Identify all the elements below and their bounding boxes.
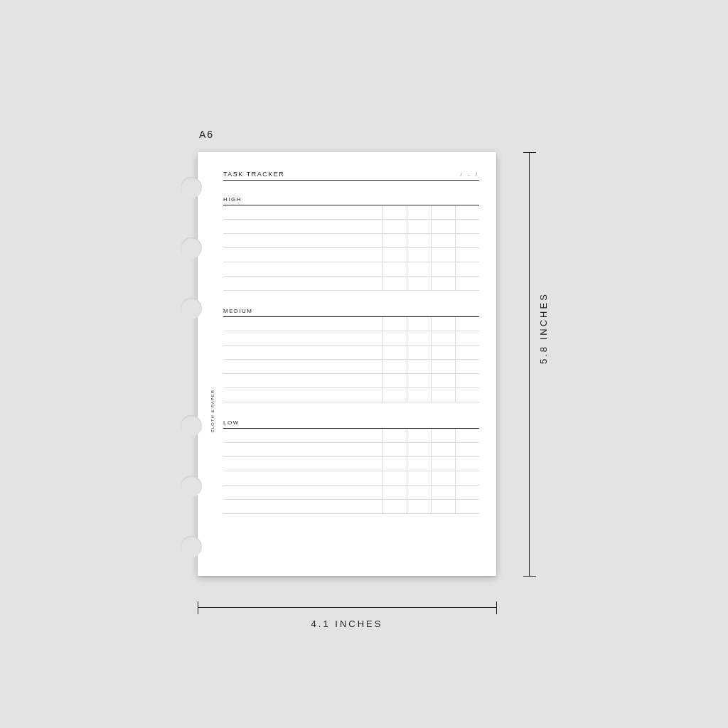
task-row bbox=[223, 220, 479, 234]
task-check-cell bbox=[407, 443, 431, 456]
task-check-cell bbox=[431, 388, 455, 402]
task-check-cell bbox=[431, 317, 455, 331]
task-check-cell bbox=[455, 374, 479, 387]
task-check-cell bbox=[382, 248, 407, 262]
task-row bbox=[223, 486, 479, 500]
task-description-cell bbox=[223, 486, 382, 499]
task-check-cell bbox=[455, 457, 479, 471]
task-grid bbox=[223, 316, 479, 402]
task-row bbox=[223, 443, 479, 457]
binder-hole bbox=[181, 237, 202, 259]
page-title: TASK TRACKER bbox=[223, 171, 284, 178]
task-check-cell bbox=[431, 220, 455, 233]
task-description-cell bbox=[223, 388, 382, 402]
width-dimension-label: 4.1 INCHES bbox=[198, 619, 496, 629]
task-check-cell bbox=[407, 486, 431, 499]
task-description-cell bbox=[223, 248, 382, 262]
task-check-cell bbox=[455, 388, 479, 402]
task-row bbox=[223, 388, 479, 402]
height-dimension-cap-top bbox=[523, 152, 536, 153]
binder-hole bbox=[181, 298, 202, 319]
task-check-cell bbox=[382, 429, 407, 442]
task-check-cell bbox=[382, 374, 407, 387]
task-check-cell bbox=[382, 234, 407, 247]
task-check-cell bbox=[407, 331, 431, 345]
task-check-cell bbox=[431, 443, 455, 456]
task-check-cell bbox=[382, 331, 407, 345]
task-check-cell bbox=[382, 360, 407, 373]
task-description-cell bbox=[223, 471, 382, 485]
task-check-cell bbox=[407, 248, 431, 262]
task-check-cell bbox=[407, 471, 431, 485]
task-row bbox=[223, 374, 479, 388]
task-check-cell bbox=[431, 500, 455, 513]
task-check-cell bbox=[455, 443, 479, 456]
task-check-cell bbox=[431, 262, 455, 276]
binder-hole bbox=[181, 177, 202, 198]
paper-size-label: A6 bbox=[199, 129, 214, 140]
brand-mark: CLOTH & PAPER bbox=[210, 390, 215, 433]
task-check-cell bbox=[431, 205, 455, 219]
task-description-cell bbox=[223, 277, 382, 290]
task-check-cell bbox=[455, 262, 479, 276]
binder-holes bbox=[181, 152, 202, 576]
priority-section: LOW bbox=[223, 419, 479, 514]
task-check-cell bbox=[407, 360, 431, 373]
task-check-cell bbox=[455, 220, 479, 233]
task-row bbox=[223, 277, 479, 291]
task-check-cell bbox=[431, 486, 455, 499]
task-description-cell bbox=[223, 262, 382, 276]
task-check-cell bbox=[455, 317, 479, 331]
task-check-cell bbox=[455, 248, 479, 262]
task-check-cell bbox=[407, 346, 431, 359]
task-check-cell bbox=[407, 457, 431, 471]
header-row: TASK TRACKER / - / bbox=[223, 171, 479, 181]
task-check-cell bbox=[407, 234, 431, 247]
task-description-cell bbox=[223, 500, 382, 513]
task-check-cell bbox=[431, 277, 455, 290]
width-dimension-line bbox=[198, 607, 496, 608]
task-check-cell bbox=[382, 486, 407, 499]
section-title: MEDIUM bbox=[223, 308, 479, 314]
task-check-cell bbox=[431, 346, 455, 359]
section-title: LOW bbox=[223, 419, 479, 426]
sheet-content: CLOTH & PAPER TASK TRACKER / - / HIGHMED… bbox=[223, 171, 479, 562]
height-dimension-line bbox=[529, 152, 530, 576]
task-check-cell bbox=[455, 331, 479, 345]
task-row bbox=[223, 205, 479, 220]
task-check-cell bbox=[407, 220, 431, 233]
task-description-cell bbox=[223, 443, 382, 456]
task-check-cell bbox=[455, 486, 479, 499]
task-description-cell bbox=[223, 234, 382, 247]
task-grid bbox=[223, 428, 479, 514]
task-row bbox=[223, 500, 479, 514]
task-check-cell bbox=[382, 220, 407, 233]
task-check-cell bbox=[382, 346, 407, 359]
task-check-cell bbox=[455, 471, 479, 485]
task-check-cell bbox=[431, 429, 455, 442]
task-check-cell bbox=[407, 388, 431, 402]
task-row bbox=[223, 360, 479, 374]
task-check-cell bbox=[382, 457, 407, 471]
task-row bbox=[223, 248, 479, 262]
planner-insert-sheet: CLOTH & PAPER TASK TRACKER / - / HIGHMED… bbox=[198, 152, 496, 576]
task-check-cell bbox=[407, 205, 431, 219]
binder-hole bbox=[181, 536, 202, 557]
task-description-cell bbox=[223, 220, 382, 233]
task-check-cell bbox=[382, 500, 407, 513]
task-description-cell bbox=[223, 429, 382, 442]
task-description-cell bbox=[223, 331, 382, 345]
date-field: / - / bbox=[460, 171, 479, 178]
task-row bbox=[223, 457, 479, 471]
task-description-cell bbox=[223, 374, 382, 387]
task-check-cell bbox=[382, 262, 407, 276]
height-dimension-cap-bottom bbox=[523, 576, 536, 577]
task-check-cell bbox=[431, 360, 455, 373]
task-check-cell bbox=[431, 234, 455, 247]
task-row bbox=[223, 262, 479, 277]
task-check-cell bbox=[431, 248, 455, 262]
task-description-cell bbox=[223, 205, 382, 219]
priority-section: HIGH bbox=[223, 196, 479, 291]
task-check-cell bbox=[431, 374, 455, 387]
height-dimension-label: 5.8 INCHES bbox=[538, 292, 549, 364]
